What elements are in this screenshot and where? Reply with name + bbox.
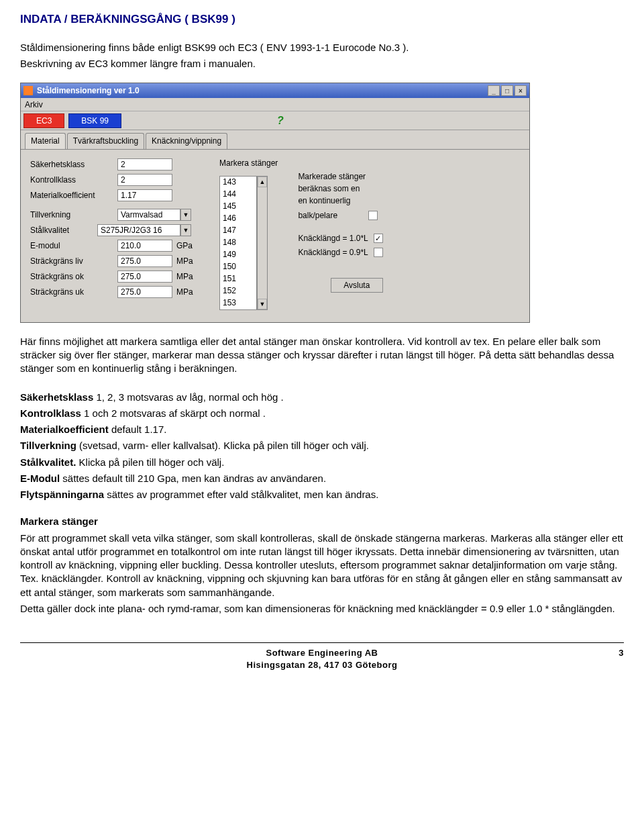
scroll-up-icon[interactable]: ▲ (258, 177, 267, 187)
markera-stanger-heading: Markera stänger (20, 516, 98, 527)
close-button[interactable]: × (515, 85, 527, 96)
def-materialkoeff: Materialkoefficient (20, 424, 109, 435)
tab-knackning-vippning[interactable]: Knäckning/vippning (146, 133, 227, 148)
list-item[interactable]: 153 (223, 297, 254, 309)
list-item[interactable]: 146 (223, 213, 254, 225)
checkbox-knacklangd-10[interactable]: ✓ (374, 234, 383, 243)
toolbar: EC3 BSK 99 ? (21, 111, 529, 130)
title-bar: Ståldimensionering ver 1.0 _ □ × (21, 83, 529, 98)
tab-strip: Material Tvärkraftsbuckling Knäckning/vi… (21, 130, 529, 148)
menu-arkiv[interactable]: Arkiv (25, 99, 43, 110)
info-text: beräknas som en (298, 183, 382, 194)
def-text: (svetsad, varm- eller kallvalsat). Klick… (76, 440, 369, 451)
list-item[interactable]: 144 (223, 189, 254, 201)
input-column: Säkerhetsklass 2 Kontrollklass 2 Materia… (30, 158, 199, 310)
body-text: Här finns möjlighet att markera samtliga… (20, 335, 624, 616)
def-emodul: E-Modul (20, 473, 60, 484)
page-number: 3 (597, 647, 624, 659)
def-stalkvalitet: Stålkvalitet. (20, 456, 76, 468)
input-kontrollklass[interactable]: 2 (117, 174, 172, 186)
ec3-button[interactable]: EC3 (23, 113, 64, 128)
def-kontrolklass: Kontrolklass (20, 407, 81, 419)
label-sakerhetsklass: Säkerhetsklass (30, 159, 117, 170)
list-item[interactable]: 151 (223, 273, 254, 285)
intro-line-1: Ståldimensionering finns både enligt BSK… (20, 41, 624, 54)
label-knacklangd-09: Knäcklängd = 0.9*L (298, 247, 368, 258)
label-kontrollklass: Kontrollklass (30, 175, 117, 185)
list-item[interactable]: 150 (223, 261, 254, 273)
label-balk-pelare: balk/pelare (298, 210, 337, 221)
chevron-down-icon[interactable]: ▼ (180, 224, 191, 236)
markera-paragraph-2: Detta gäller dock inte plana- och rymd-r… (20, 602, 624, 616)
input-emodul[interactable]: 210.0 (117, 240, 172, 252)
def-text: Klicka på pilen till höger och välj. (76, 456, 224, 468)
intro-line-2: Beskrivning av EC3 kommer längre fram i … (20, 57, 624, 70)
def-text: 1 och 2 motsvaras af skärpt och normal . (81, 407, 266, 419)
label-strack-uk: Sträckgräns uk (30, 287, 117, 297)
label-strack-ok: Sträckgräns ok (30, 271, 117, 282)
label-stalkvalitet: Stålkvalitet (30, 225, 97, 236)
minimize-button[interactable]: _ (488, 85, 500, 96)
list-item[interactable]: 152 (223, 285, 254, 297)
page-heading: INDATA / BERÄKNINGSGÅNG ( BSK99 ) (20, 12, 624, 28)
unit-mpa: MPa (176, 287, 199, 297)
tab-tvarkraftsbuckling[interactable]: Tvärkraftsbuckling (67, 133, 144, 148)
info-text: en kontinuerlig (298, 195, 382, 206)
footer-company: Software Engineering AB (47, 647, 597, 659)
def-sakerhetsklass: Säkerhetsklass (20, 391, 93, 403)
def-text: sättes default till 210 Gpa, men kan änd… (60, 473, 326, 484)
def-text: sättes av programmet efter vald stålkval… (104, 489, 378, 500)
input-strack-uk[interactable]: 275.0 (117, 286, 172, 298)
scroll-down-icon[interactable]: ▼ (258, 299, 267, 309)
label-strack-liv: Sträckgräns liv (30, 256, 117, 266)
list-item[interactable]: 148 (223, 237, 254, 249)
select-tillverkning[interactable]: Varmvalsad (117, 209, 180, 221)
chevron-down-icon[interactable]: ▼ (180, 209, 191, 221)
tab-material[interactable]: Material (25, 133, 66, 148)
page-footer: Software Engineering AB Hisingsgatan 28,… (20, 642, 624, 671)
checkbox-balk-pelare[interactable] (368, 211, 378, 220)
footer-address: Hisingsgatan 28, 417 03 Göteborg (47, 659, 597, 671)
markera-paragraph-1: För att programmet skall veta vilka stän… (20, 532, 624, 599)
input-strack-liv[interactable]: 275.0 (117, 255, 172, 267)
bsk99-button[interactable]: BSK 99 (68, 113, 121, 128)
stanger-listbox[interactable]: 143 144 145 146 147 148 149 150 151 152 … (219, 176, 257, 310)
list-item[interactable]: 147 (223, 225, 254, 237)
list-item[interactable]: 143 (223, 177, 254, 189)
unit-mpa: MPa (176, 256, 199, 266)
checkbox-knacklangd-09[interactable] (374, 248, 383, 257)
input-strack-ok[interactable]: 275.0 (117, 271, 172, 283)
intro-text: Ståldimensionering finns både enligt BSK… (20, 41, 624, 71)
def-text: 1, 2, 3 motsvaras av låg, normal och hög… (93, 391, 283, 403)
menu-bar: Arkiv (21, 98, 529, 111)
maximize-button[interactable]: □ (501, 85, 513, 96)
def-tillverkning: Tillverkning (20, 440, 76, 451)
app-window: Ståldimensionering ver 1.0 _ □ × Arkiv E… (20, 83, 530, 322)
info-text: Markerade stänger (298, 171, 382, 182)
avsluta-button[interactable]: Avsluta (331, 278, 383, 293)
select-stalkvalitet[interactable]: S275JR/J2G3 16 (97, 224, 180, 236)
stanger-column: Markera stänger 143 144 145 146 147 148 … (219, 158, 278, 310)
label-markera-stanger: Markera stänger (219, 158, 278, 168)
input-materialkoeff[interactable]: 1.17 (117, 189, 172, 201)
def-text: default 1.17. (109, 424, 167, 435)
unit-gpa: GPa (176, 240, 199, 251)
material-panel: Säkerhetsklass 2 Kontrollklass 2 Materia… (21, 149, 529, 322)
right-column: Markerade stänger beräknas som en en kon… (298, 158, 382, 310)
list-item[interactable]: 145 (223, 201, 254, 213)
input-sakerhetsklass[interactable]: 2 (117, 158, 172, 170)
app-icon (23, 86, 33, 95)
help-icon[interactable]: ? (277, 113, 284, 128)
label-materialkoeff: Materialkoefficient (30, 190, 117, 201)
listbox-scrollbar[interactable]: ▲ ▼ (257, 176, 268, 310)
label-knacklangd-10: Knäcklängd = 1.0*L (298, 233, 368, 244)
unit-mpa: MPa (176, 271, 199, 282)
list-item[interactable]: 149 (223, 249, 254, 261)
label-emodul: E-modul (30, 240, 117, 251)
window-title: Ståldimensionering ver 1.0 (37, 85, 140, 96)
def-flytspanningarna: Flytspänningarna (20, 489, 104, 500)
label-tillverkning: Tillverkning (30, 209, 117, 220)
explain-paragraph: Här finns möjlighet att markera samtliga… (20, 335, 624, 376)
